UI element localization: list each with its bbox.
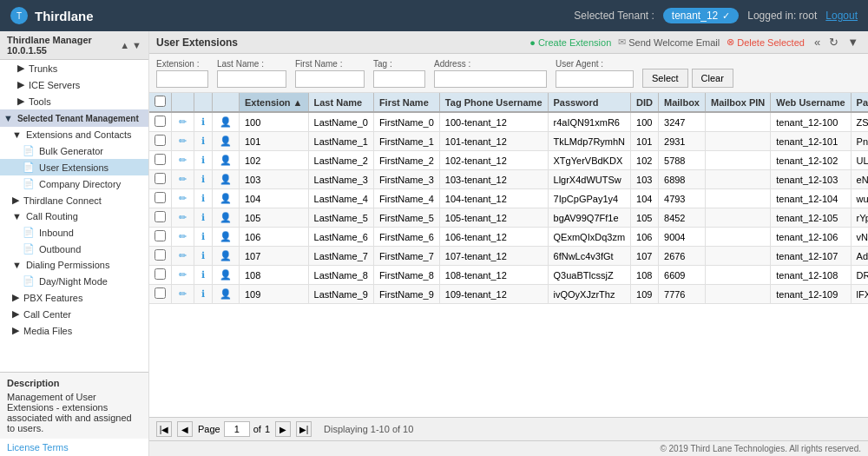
tag-input[interactable]: [373, 70, 425, 88]
sidebar-item-call-routing[interactable]: ▼ Call Routing: [0, 208, 148, 224]
info-button[interactable]: ℹ: [200, 268, 207, 281]
lastname-input[interactable]: [217, 70, 286, 88]
col-did[interactable]: DID: [631, 93, 659, 112]
row-info-cell[interactable]: ℹ: [194, 247, 213, 266]
row-user-cell[interactable]: 👤: [213, 266, 240, 285]
col-firstname[interactable]: First Name: [373, 93, 439, 112]
row-info-cell[interactable]: ℹ: [194, 151, 213, 170]
sidebar-item-bulk-generator[interactable]: 📄 Bulk Generator: [0, 142, 148, 159]
user-button[interactable]: 👤: [218, 154, 233, 167]
sidebar-item-thirdlane-connect[interactable]: ▶ Thirdlane Connect: [0, 192, 148, 208]
sidebar-expand-icon[interactable]: ▼: [132, 40, 141, 50]
col-tag-phone[interactable]: Tag Phone Username: [439, 93, 548, 112]
row-edit-cell[interactable]: ✏: [172, 228, 194, 247]
col-web-username[interactable]: Web Username: [771, 93, 851, 112]
row-edit-cell[interactable]: ✏: [172, 112, 194, 132]
sidebar-item-extensions-contacts[interactable]: ▼ Extensions and Contacts: [0, 127, 148, 142]
col-lastname[interactable]: Last Name: [308, 93, 373, 112]
delete-selected-button[interactable]: ⊗ Delete Selected: [727, 36, 805, 48]
row-user-cell[interactable]: 👤: [213, 228, 240, 247]
row-user-cell[interactable]: 👤: [213, 132, 240, 151]
row-checkbox[interactable]: [155, 268, 166, 280]
address-input[interactable]: [434, 70, 547, 88]
row-edit-cell[interactable]: ✏: [172, 132, 194, 151]
logout-button[interactable]: Logout: [825, 10, 858, 22]
row-edit-cell[interactable]: ✏: [172, 151, 194, 170]
col-password[interactable]: Password: [548, 93, 631, 112]
more-options-icon[interactable]: ▼: [845, 35, 861, 50]
user-button[interactable]: 👤: [218, 249, 233, 262]
row-info-cell[interactable]: ℹ: [194, 285, 213, 304]
row-checkbox-cell[interactable]: [149, 228, 172, 247]
sidebar-item-ice-servers[interactable]: ▶ ICE Servers: [0, 76, 148, 93]
edit-button[interactable]: ✏: [177, 249, 188, 262]
tenant-badge[interactable]: tenant_12 ✓: [663, 8, 739, 23]
row-checkbox[interactable]: [155, 173, 166, 184]
select-button[interactable]: Select: [642, 69, 688, 88]
sidebar-collapse-icon[interactable]: ▲: [120, 40, 129, 50]
row-checkbox-cell[interactable]: [149, 285, 172, 304]
edit-button[interactable]: ✏: [177, 135, 188, 148]
row-info-cell[interactable]: ℹ: [194, 112, 213, 132]
row-info-cell[interactable]: ℹ: [194, 170, 213, 189]
row-user-cell[interactable]: 👤: [213, 151, 240, 170]
user-button[interactable]: 👤: [218, 192, 233, 205]
sidebar-item-dialing-permissions[interactable]: ▼ Dialing Permissions: [0, 257, 148, 273]
info-button[interactable]: ℹ: [200, 249, 207, 262]
user-button[interactable]: 👤: [218, 116, 233, 129]
license-link[interactable]: License Terms: [7, 442, 69, 453]
first-page-button[interactable]: |◀: [156, 421, 172, 437]
info-button[interactable]: ℹ: [200, 135, 207, 148]
sidebar-item-outbound[interactable]: 📄 Outbound: [0, 241, 148, 257]
sidebar-item-company-directory[interactable]: 📄 Company Directory: [0, 175, 148, 192]
edit-button[interactable]: ✏: [177, 211, 188, 224]
row-checkbox-cell[interactable]: [149, 132, 172, 151]
row-checkbox-cell[interactable]: [149, 151, 172, 170]
info-button[interactable]: ℹ: [200, 211, 207, 224]
last-page-button[interactable]: ▶|: [296, 421, 312, 437]
user-button[interactable]: 👤: [218, 173, 233, 186]
row-checkbox-cell[interactable]: [149, 189, 172, 208]
row-checkbox-cell[interactable]: [149, 170, 172, 189]
row-checkbox[interactable]: [155, 230, 166, 241]
extension-input[interactable]: [156, 70, 208, 88]
row-edit-cell[interactable]: ✏: [172, 266, 194, 285]
edit-button[interactable]: ✏: [177, 230, 188, 243]
col-mailbox[interactable]: Mailbox: [659, 93, 706, 112]
info-button[interactable]: ℹ: [200, 173, 207, 186]
row-edit-cell[interactable]: ✏: [172, 189, 194, 208]
row-edit-cell[interactable]: ✏: [172, 170, 194, 189]
row-user-cell[interactable]: 👤: [213, 112, 240, 132]
create-extension-button[interactable]: ● Create Extension: [529, 37, 611, 48]
row-info-cell[interactable]: ℹ: [194, 132, 213, 151]
row-edit-cell[interactable]: ✏: [172, 208, 194, 228]
send-welcome-email-button[interactable]: ✉ Send Welcome Email: [618, 36, 720, 48]
info-button[interactable]: ℹ: [200, 287, 207, 301]
info-button[interactable]: ℹ: [200, 230, 207, 243]
row-edit-cell[interactable]: ✏: [172, 285, 194, 304]
row-checkbox[interactable]: [155, 287, 166, 299]
clear-button[interactable]: Clear: [692, 69, 733, 88]
row-info-cell[interactable]: ℹ: [194, 228, 213, 247]
user-button[interactable]: 👤: [218, 287, 233, 301]
row-checkbox-cell[interactable]: [149, 247, 172, 266]
sidebar-license[interactable]: License Terms: [0, 439, 148, 456]
sidebar-item-selected-tenant[interactable]: ▼ Selected Tenant Management: [0, 109, 148, 127]
row-user-cell[interactable]: 👤: [213, 285, 240, 304]
next-page-button[interactable]: ▶: [275, 421, 291, 437]
select-all-checkbox[interactable]: [155, 96, 166, 107]
info-button[interactable]: ℹ: [200, 116, 207, 129]
refresh-icon[interactable]: ↻: [826, 35, 841, 50]
row-checkbox[interactable]: [155, 154, 166, 165]
row-user-cell[interactable]: 👤: [213, 247, 240, 266]
row-info-cell[interactable]: ℹ: [194, 208, 213, 228]
sidebar-item-day-night-mode[interactable]: 📄 Day/Night Mode: [0, 273, 148, 289]
row-checkbox[interactable]: [155, 192, 166, 203]
row-checkbox-cell[interactable]: [149, 266, 172, 285]
row-checkbox[interactable]: [155, 211, 166, 222]
edit-button[interactable]: ✏: [177, 173, 188, 186]
sidebar-item-inbound[interactable]: 📄 Inbound: [0, 224, 148, 241]
col-extension[interactable]: Extension ▲: [240, 93, 309, 112]
user-button[interactable]: 👤: [218, 211, 233, 224]
first-page-icon[interactable]: «: [812, 35, 823, 50]
